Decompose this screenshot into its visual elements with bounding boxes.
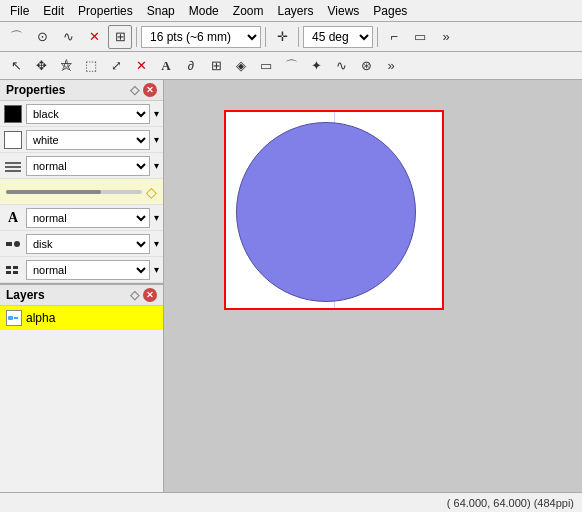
menu-views[interactable]: Views <box>322 2 366 20</box>
tweak-tool-btn[interactable]: ⛤ <box>54 54 78 78</box>
rect-tool-btn[interactable]: ▭ <box>254 54 278 78</box>
star-tool-btn[interactable]: ✦ <box>304 54 328 78</box>
menu-snap[interactable]: Snap <box>141 2 181 20</box>
layers-header: Layers ◇ ✕ <box>0 285 163 306</box>
properties-header-icons: ◇ ✕ <box>130 83 157 97</box>
opacity-diamond-icon[interactable]: ◇ <box>146 184 157 200</box>
layers-diamond-icon[interactable]: ◇ <box>130 288 139 302</box>
end-style-icon <box>4 261 22 279</box>
end-style-select[interactable]: normal <box>26 260 150 280</box>
opacity-slider-track <box>6 190 101 194</box>
svg-rect-7 <box>13 266 18 269</box>
layers-header-icons: ◇ ✕ <box>130 288 157 302</box>
properties-close-btn[interactable]: ✕ <box>143 83 157 97</box>
font-style-select[interactable]: normal <box>26 208 150 228</box>
fill-color-row: black ▾ <box>0 101 163 127</box>
sep1 <box>136 27 137 47</box>
stroke-style-select[interactable]: white <box>26 130 150 150</box>
menu-properties[interactable]: Properties <box>72 2 139 20</box>
marker-icon <box>4 235 22 253</box>
node-tool-btn[interactable]: ⌒ <box>4 25 28 49</box>
text-tool-btn[interactable]: A <box>154 54 178 78</box>
spiral-btn[interactable]: ⊛ <box>354 54 378 78</box>
properties-header: Properties ◇ ✕ <box>0 80 163 101</box>
angle-select[interactable]: 45 deg <box>303 26 373 48</box>
opacity-slider[interactable] <box>6 190 142 194</box>
menu-layers[interactable]: Layers <box>271 2 319 20</box>
measure-btn[interactable]: ⊞ <box>204 54 228 78</box>
stroke-color-row: white ▾ <box>0 127 163 153</box>
pencil-tool-btn[interactable]: ∿ <box>329 54 353 78</box>
statusbar: ( 64.000, 64.000) (484ppi) <box>0 492 582 512</box>
layers-close-btn[interactable]: ✕ <box>143 288 157 302</box>
marker-select[interactable]: disk <box>26 234 150 254</box>
eye-svg <box>7 313 21 323</box>
menu-file[interactable]: File <box>4 2 35 20</box>
layer-eye-icon[interactable] <box>6 310 22 326</box>
main-area: Properties ◇ ✕ black ▾ white ▾ <box>0 80 582 492</box>
svg-rect-6 <box>6 271 11 274</box>
end-style-svg <box>5 262 21 278</box>
properties-diamond-icon[interactable]: ◇ <box>130 83 139 97</box>
marker-svg <box>5 236 21 252</box>
toolbar-tools: ↖ ✥ ⛤ ⬚ ⤢ ✕ A ∂ ⊞ ◈ ▭ ⌒ ✦ ∿ ⊛ » <box>0 52 582 80</box>
canvas-circle <box>236 122 416 302</box>
fill-color-swatch[interactable] <box>4 105 22 123</box>
marker-dropdown-icon[interactable]: ▾ <box>154 238 159 249</box>
arc-tool-btn[interactable]: ⌒ <box>279 54 303 78</box>
properties-title: Properties <box>6 83 65 97</box>
opacity-slider-row: ◇ <box>0 179 163 205</box>
curve-btn[interactable]: ∿ <box>56 25 80 49</box>
line-style-row: normal ▾ <box>0 153 163 179</box>
toolbar-snap: ⌒ ⊙ ∿ ✕ ⊞ 16 pts (~6 mm) ✛ 45 deg ⌐ ▭ » <box>0 22 582 52</box>
page-btn[interactable]: ▭ <box>408 25 432 49</box>
svg-rect-8 <box>13 271 18 274</box>
more-btn[interactable]: » <box>434 25 458 49</box>
more2-btn[interactable]: » <box>379 54 403 78</box>
snap-distance-select[interactable]: 16 pts (~6 mm) <box>141 26 261 48</box>
select-tool-btn[interactable]: ↖ <box>4 54 28 78</box>
cross-btn[interactable]: ✕ <box>82 25 106 49</box>
end-style-row: normal ▾ <box>0 257 163 283</box>
layers-title: Layers <box>6 288 45 302</box>
font-icon: A <box>4 209 22 227</box>
stroke-dropdown-icon[interactable]: ▾ <box>154 134 159 145</box>
calligraphy-btn[interactable]: ∂ <box>179 54 203 78</box>
grid-btn[interactable]: ⊞ <box>108 25 132 49</box>
line-style-icon <box>4 157 22 175</box>
menubar: File Edit Properties Snap Mode Zoom Laye… <box>0 0 582 22</box>
font-dropdown-icon[interactable]: ▾ <box>154 212 159 223</box>
move-tool-btn[interactable]: ✥ <box>29 54 53 78</box>
fill-dropdown-icon[interactable]: ▾ <box>154 108 159 119</box>
fill-style-select[interactable]: black <box>26 104 150 124</box>
left-panel: Properties ◇ ✕ black ▾ white ▾ <box>0 80 164 492</box>
menu-mode[interactable]: Mode <box>183 2 225 20</box>
svg-rect-5 <box>6 266 11 269</box>
menu-edit[interactable]: Edit <box>37 2 70 20</box>
rubber-band-btn[interactable]: ⬚ <box>79 54 103 78</box>
layer-alpha[interactable]: alpha <box>0 306 163 330</box>
menu-pages[interactable]: Pages <box>367 2 413 20</box>
transform-btn[interactable]: ⤢ <box>104 54 128 78</box>
menu-zoom[interactable]: Zoom <box>227 2 270 20</box>
stroke-color-swatch[interactable] <box>4 131 22 149</box>
sep2 <box>265 27 266 47</box>
layers-section: Layers ◇ ✕ alpha <box>0 283 163 492</box>
sep4 <box>377 27 378 47</box>
corner-btn[interactable]: ⌐ <box>382 25 406 49</box>
end-style-dropdown-icon[interactable]: ▾ <box>154 264 159 275</box>
svg-point-4 <box>14 241 20 247</box>
circle-snap-btn[interactable]: ⊙ <box>30 25 54 49</box>
line-style-dropdown-icon[interactable]: ▾ <box>154 160 159 171</box>
svg-rect-9 <box>8 316 13 320</box>
layer-name: alpha <box>26 311 55 325</box>
line-style-select[interactable]: normal <box>26 156 150 176</box>
line-style-svg <box>5 159 21 173</box>
coords-display: ( 64.000, 64.000) (484ppi) <box>447 497 574 509</box>
snap-cross2-btn[interactable]: ✛ <box>270 25 294 49</box>
node-edit-btn[interactable]: ◈ <box>229 54 253 78</box>
delete-btn[interactable]: ✕ <box>129 54 153 78</box>
font-style-row: A normal ▾ <box>0 205 163 231</box>
canvas-area[interactable] <box>164 80 582 492</box>
marker-row: disk ▾ <box>0 231 163 257</box>
